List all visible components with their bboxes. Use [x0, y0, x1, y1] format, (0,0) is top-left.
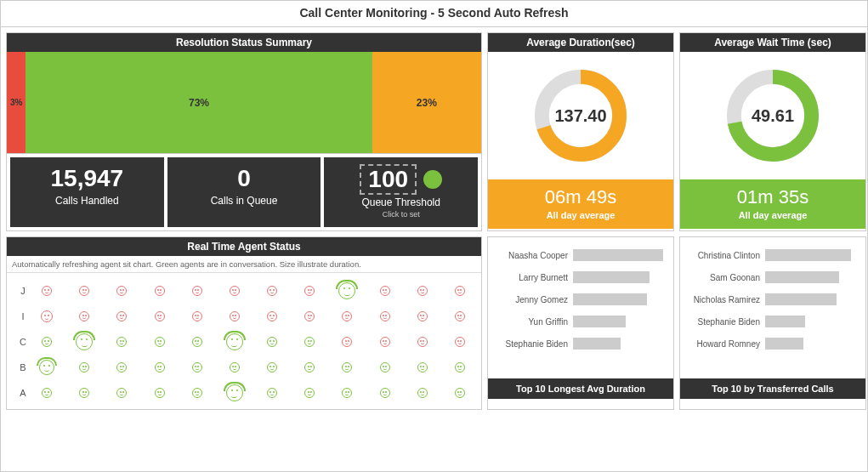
agent-cell[interactable]: [107, 282, 136, 299]
agent-cell[interactable]: [332, 360, 361, 375]
agent-cell[interactable]: [32, 360, 61, 375]
agent-cell[interactable]: [220, 360, 249, 375]
agent-face-icon: [267, 362, 277, 372]
agent-face-icon: [230, 362, 240, 372]
list-name: Naasha Cooper: [493, 251, 573, 260]
agent-cell[interactable]: [371, 360, 400, 375]
agent-cell[interactable]: [220, 333, 249, 350]
agent-cell[interactable]: [445, 384, 474, 401]
agent-cell[interactable]: [371, 310, 400, 322]
resolution-segment: 3%: [7, 52, 26, 153]
agent-cell[interactable]: [445, 282, 474, 299]
list-name: Howard Romney: [685, 339, 765, 349]
agent-cell[interactable]: [295, 333, 324, 350]
agent-cell[interactable]: [295, 384, 324, 401]
agent-face-icon: [417, 311, 428, 321]
queue-threshold-input[interactable]: 100: [360, 164, 417, 195]
agent-face-icon: [155, 388, 165, 398]
list-row: Jenny Gomez: [493, 288, 668, 310]
agent-face-icon: [304, 388, 315, 398]
list-name: Larry Burnett: [493, 273, 573, 282]
agent-cell[interactable]: [107, 333, 136, 350]
agent-cell[interactable]: [220, 282, 249, 299]
agent-cell[interactable]: [371, 384, 400, 401]
agent-cell[interactable]: [371, 282, 400, 299]
agent-cell[interactable]: [408, 384, 437, 401]
agent-cell[interactable]: [332, 333, 361, 350]
agent-cell[interactable]: [220, 310, 249, 322]
agent-status-note: Automatically refreshing agent sit chart…: [7, 256, 481, 273]
agent-cell[interactable]: [332, 310, 361, 322]
agent-face-icon: [380, 362, 390, 372]
agent-cell[interactable]: [32, 282, 61, 299]
longest-duration-footer: Top 10 Longest Avg Duration: [488, 378, 673, 399]
agent-cell[interactable]: [295, 360, 324, 375]
agent-headset-icon: [39, 360, 54, 375]
agent-row: J: [14, 278, 474, 304]
agent-cell[interactable]: [32, 384, 61, 401]
agent-cell[interactable]: [145, 310, 174, 322]
agent-cell[interactable]: [258, 384, 286, 401]
agent-face-icon: [192, 286, 202, 296]
avg-wait-time: 01m 35s: [680, 186, 865, 208]
agent-row-label: I: [14, 311, 32, 321]
agent-cell[interactable]: [145, 282, 174, 299]
agent-cell[interactable]: [145, 333, 174, 350]
agent-cell[interactable]: [258, 360, 286, 375]
agent-cell[interactable]: [183, 310, 212, 322]
agent-cell[interactable]: [32, 310, 61, 322]
list-name: Christina Clinton: [685, 251, 765, 260]
agent-cell[interactable]: [70, 333, 99, 350]
agent-face-icon: [304, 311, 315, 321]
agent-cell[interactable]: [107, 384, 136, 401]
agent-cell[interactable]: [183, 384, 212, 401]
list-bar: [573, 316, 626, 327]
agent-face-icon: [342, 362, 352, 372]
agent-cell[interactable]: [408, 360, 437, 375]
agent-cell[interactable]: [258, 310, 286, 322]
agent-row: A: [14, 380, 474, 406]
agent-cell[interactable]: [258, 282, 286, 299]
agent-cell[interactable]: [445, 333, 474, 350]
agent-cell[interactable]: [70, 282, 99, 299]
list-bar: [573, 338, 621, 350]
agent-headset-icon: [76, 333, 93, 350]
agent-cell[interactable]: [107, 310, 136, 322]
list-row: Sam Goonan: [685, 266, 860, 288]
agent-cell[interactable]: [183, 360, 212, 375]
agent-cell[interactable]: [408, 282, 437, 299]
agent-cell[interactable]: [408, 310, 437, 322]
agent-cell[interactable]: [295, 310, 324, 322]
agent-cell[interactable]: [332, 384, 361, 401]
agent-cell[interactable]: [32, 333, 61, 350]
agent-cell[interactable]: [295, 282, 324, 299]
agent-cell[interactable]: [445, 310, 474, 322]
agent-face-icon: [192, 311, 202, 321]
agent-face-icon: [380, 311, 390, 321]
agent-row-label: C: [14, 337, 32, 347]
agent-cell[interactable]: [145, 360, 174, 375]
avg-wait-panel: Average Wait Time (sec) 49.61 01m 35s Al…: [679, 32, 866, 231]
agent-cell[interactable]: [220, 384, 249, 401]
agent-face-icon: [455, 388, 465, 398]
agent-cell[interactable]: [107, 360, 136, 375]
agent-cell[interactable]: [70, 360, 99, 375]
agent-cell[interactable]: [70, 310, 99, 322]
agent-cell[interactable]: [70, 384, 99, 401]
agent-face-icon: [342, 337, 352, 347]
agent-face-icon: [342, 311, 352, 321]
queue-threshold-stat[interactable]: 100 Queue Threshold Click to set: [324, 157, 478, 227]
agent-cell[interactable]: [445, 360, 474, 375]
agent-cell[interactable]: [183, 333, 212, 350]
agent-cell[interactable]: [332, 282, 361, 299]
agent-cell[interactable]: [371, 333, 400, 350]
agent-cell[interactable]: [183, 282, 212, 299]
agent-cell[interactable]: [145, 384, 174, 401]
agent-face-icon: [380, 388, 390, 398]
page-title: Call Center Monitoring - 5 Second Auto R…: [1, 1, 867, 27]
agent-cell[interactable]: [408, 333, 437, 350]
agent-face-icon: [116, 311, 127, 321]
agent-cell[interactable]: [258, 333, 286, 350]
list-name: Stephanie Biden: [493, 339, 573, 349]
transferred-calls-footer: Top 10 by Transferred Calls: [680, 378, 865, 399]
